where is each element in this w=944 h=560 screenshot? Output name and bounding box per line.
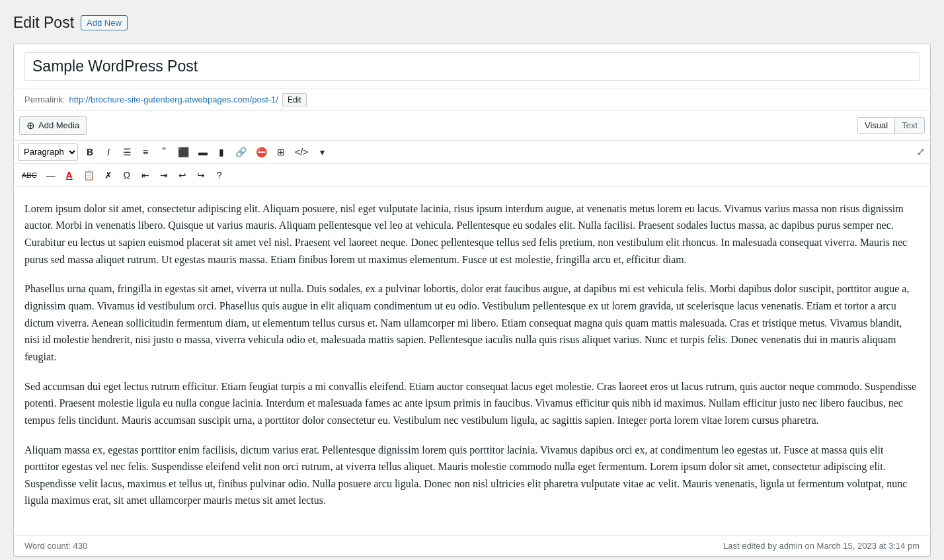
word-count: Word count: 430 [24, 541, 87, 551]
word-count-label: Word count: [24, 541, 71, 551]
clear-formatting-button[interactable]: ✗ [100, 167, 117, 184]
paragraph-4: Aliquam massa ex, egestas porttitor enim… [24, 442, 920, 509]
help-button[interactable]: ? [211, 167, 228, 184]
align-right-button[interactable]: ▮ [213, 143, 230, 161]
post-title-area [14, 44, 930, 89]
align-left-button[interactable]: ⬛ [174, 143, 193, 161]
visual-text-tabs: Visual Text [857, 117, 925, 134]
bold-button[interactable]: B [81, 143, 98, 161]
insert-table-button[interactable]: ⊞ [272, 143, 290, 161]
add-new-button[interactable]: Add New [81, 15, 128, 30]
paragraph-1: Lorem ipsum dolor sit amet, consectetur … [24, 200, 920, 268]
media-toolbar: ⊕ Add Media Visual Text [14, 111, 930, 141]
special-char-button[interactable]: Ω [118, 167, 136, 184]
add-media-icon: ⊕ [26, 120, 35, 132]
blockquote-button[interactable]: " [155, 143, 173, 161]
link-button[interactable]: 🔗 [231, 143, 251, 161]
editor-container: Permalink: http://brochure-site-gutenber… [13, 44, 931, 557]
permalink-bar: Permalink: http://brochure-site-gutenber… [14, 89, 930, 111]
redo-button[interactable]: ↪ [192, 167, 210, 184]
post-title-input[interactable] [24, 52, 920, 81]
unlink-button[interactable]: ⛔ [252, 143, 271, 161]
paragraph-3: Sed accumsan dui eget lectus rutrum effi… [24, 378, 920, 429]
italic-button[interactable]: I [100, 143, 117, 161]
toolbar-toggle-button[interactable]: ▾ [313, 143, 331, 161]
outdent-button[interactable]: ⇤ [137, 167, 154, 184]
ordered-list-button[interactable]: ≡ [137, 143, 154, 161]
permalink-edit-button[interactable]: Edit [282, 93, 307, 106]
mce-toolbar-row-2: ABC — A 📋 ✗ Ω ⇤ ⇥ ↩ ↪ ? [14, 164, 930, 186]
paragraph-format-select[interactable]: Paragraph [18, 143, 78, 161]
indent-button[interactable]: ⇥ [155, 167, 173, 184]
paragraph-2: Phasellus urna quam, fringilla in egesta… [24, 280, 920, 365]
text-color-button[interactable]: A [61, 167, 78, 184]
fullscreen-button[interactable]: ⤢ [915, 144, 926, 159]
tab-visual[interactable]: Visual [858, 118, 895, 133]
word-count-value: 430 [73, 541, 87, 551]
permalink-label: Permalink: [24, 95, 65, 104]
tab-text[interactable]: Text [895, 118, 924, 133]
editor-status-bar: Word count: 430 Last edited by admin on … [14, 535, 930, 556]
mce-toolbar-row-1: Paragraph B I ☰ ≡ " ⬛ ▬ ▮ 🔗 ⛔ ⊞ </> ▾ ⤢ [14, 141, 930, 164]
mce-toolbar-area: Paragraph B I ☰ ≡ " ⬛ ▬ ▮ 🔗 ⛔ ⊞ </> ▾ ⤢ [14, 141, 930, 187]
page-title: Edit Post [13, 13, 74, 33]
add-media-button[interactable]: ⊕ Add Media [19, 116, 87, 135]
add-media-label: Add Media [38, 120, 79, 130]
strikethrough-button[interactable]: ABC [18, 167, 41, 184]
align-center-button[interactable]: ▬ [194, 143, 212, 161]
permalink-link[interactable]: http://brochure-site-gutenberg.atwebpage… [69, 95, 278, 104]
last-edited: Last edited by admin on March 15, 2023 a… [723, 541, 920, 551]
unordered-list-button[interactable]: ☰ [118, 143, 136, 161]
undo-button[interactable]: ↩ [174, 167, 191, 184]
editor-content-area[interactable]: Lorem ipsum dolor sit amet, consectetur … [14, 187, 930, 535]
code-button[interactable]: </> [291, 143, 312, 161]
horizontal-rule-button[interactable]: — [42, 167, 59, 184]
paste-as-text-button[interactable]: 📋 [79, 167, 98, 184]
